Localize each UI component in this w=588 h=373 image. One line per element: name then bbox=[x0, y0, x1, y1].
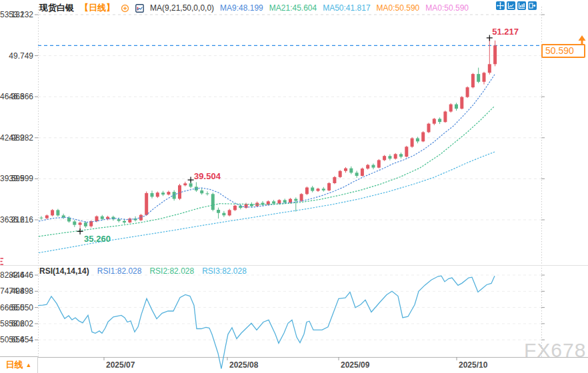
pan-axis-tool-icon[interactable] bbox=[517, 1, 526, 10]
rsi-settings-label: RSI(14,14,14) bbox=[39, 266, 89, 276]
rsi-value-label-right: 50.654 bbox=[0, 335, 25, 344]
extreme-price-label-1: 39.504 bbox=[194, 171, 221, 181]
period-selector-label: 日线 bbox=[6, 359, 23, 371]
rsi-value-0: RSI1:82.028 bbox=[97, 266, 142, 276]
chart-type-icon[interactable] bbox=[135, 4, 144, 13]
rsi-value-1: RSI2:82.028 bbox=[149, 266, 194, 276]
extreme-price-label-2: 35.260 bbox=[84, 234, 111, 244]
current-price-box: 50.590 bbox=[541, 44, 585, 58]
period-tag[interactable]: 【日线】 bbox=[80, 2, 115, 14]
scale-axis-tool-icon[interactable] bbox=[507, 1, 515, 10]
date-label-2: 2025/09 bbox=[341, 360, 369, 370]
main-price-label-right: 39.599 bbox=[0, 174, 25, 183]
main-price-label-right: 53.132 bbox=[0, 10, 25, 19]
rsi-value-label-right: 82.446 bbox=[0, 270, 25, 280]
chart-canvas[interactable] bbox=[0, 0, 588, 373]
ma-value-1: MA21:45.604 bbox=[269, 3, 317, 13]
chart-window: 现货白银 【日线】 MA(9,21,50,0,0,0) MA9:48.199MA… bbox=[0, 0, 588, 373]
symbol-title: 现货白银 bbox=[39, 2, 74, 14]
main-chart-header: 现货白银 【日线】 MA(9,21,50,0,0,0) MA9:48.199MA… bbox=[39, 2, 469, 14]
rsi-value-label-right: 58.602 bbox=[0, 319, 25, 328]
date-label-1: 2025/08 bbox=[229, 360, 258, 370]
rsi-value-2: RSI3:82.028 bbox=[202, 266, 247, 276]
main-price-label-right: 46.366 bbox=[0, 92, 25, 101]
ma-settings-label: MA(9,21,50,0,0,0) bbox=[150, 3, 214, 13]
triangle-up-icon: ▲ bbox=[26, 362, 32, 368]
collapse-right-tool-icon[interactable] bbox=[528, 1, 537, 10]
main-price-label-right: 42.982 bbox=[0, 133, 25, 143]
ma-value-2: MA50:41.817 bbox=[323, 3, 370, 13]
ma-value-3: MA0:50.590 bbox=[377, 3, 420, 13]
date-label-0: 2025/07 bbox=[106, 360, 135, 370]
fx678-watermark: FX678 bbox=[524, 339, 586, 362]
date-label-3: 2025/10 bbox=[459, 360, 487, 370]
add-indicator-icon[interactable] bbox=[121, 4, 129, 13]
rsi-value-label-right: 74.498 bbox=[0, 286, 25, 296]
rsi-values: RSI1:82.028RSI2:82.028RSI3:82.028 bbox=[97, 266, 247, 276]
ma-values: MA9:48.199MA21:45.604MA50:41.817MA0:50.5… bbox=[220, 3, 469, 13]
rsi-value-label-right: 66.550 bbox=[0, 303, 25, 312]
main-price-label-left: 49.749 bbox=[0, 51, 33, 61]
ma-value-4: MA0:50.590 bbox=[425, 3, 469, 13]
main-price-label-right: 36.216 bbox=[0, 215, 25, 224]
period-selector[interactable]: 日线 ▲ bbox=[0, 356, 38, 373]
ma-value-0: MA9:48.199 bbox=[220, 3, 263, 13]
move-tool-icon[interactable] bbox=[496, 1, 505, 10]
rsi-pane-header: RSI(14,14,14) RSI1:82.028RSI2:82.028RSI3… bbox=[39, 266, 247, 276]
chart-toolbar bbox=[496, 1, 537, 10]
extreme-price-label-0: 51.217 bbox=[492, 27, 519, 37]
